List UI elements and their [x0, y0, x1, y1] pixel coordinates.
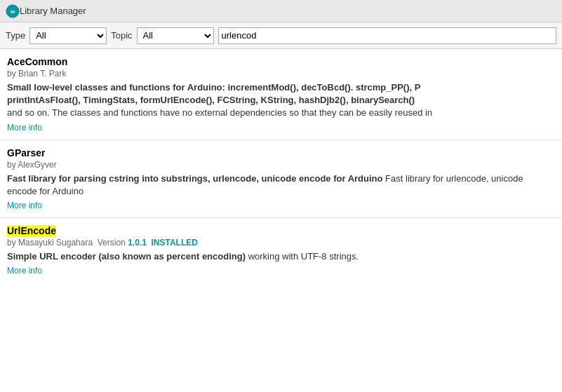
- topic-select[interactable]: All: [137, 27, 214, 44]
- more-info-link-urlencode[interactable]: More info: [7, 266, 42, 276]
- version-text: Version 1.0.1 INSTALLED: [95, 238, 198, 248]
- list-item: GParser by AlexGyver Fast library for pa…: [0, 140, 562, 218]
- svg-text:∞: ∞: [10, 8, 15, 15]
- author-by: by: [7, 160, 18, 170]
- library-name-urlencode: UrlEncode: [7, 225, 555, 236]
- description-bold: Small low-level classes and functions fo…: [7, 82, 420, 93]
- author-name: Brian T. Park: [18, 69, 66, 79]
- type-select[interactable]: All: [29, 27, 107, 44]
- library-name-acecommon: AceCommon: [7, 56, 555, 67]
- library-list: AceCommon by Brian T. Park Small low-lev…: [0, 49, 562, 392]
- library-description-gparser: Fast library for parsing cstring into su…: [7, 173, 555, 198]
- author-name: Masayuki Sugahara: [18, 238, 93, 248]
- description-bold-2: printIntAsFloat(), TimingStats, formUrlE…: [7, 95, 415, 105]
- description-normal: working with UTF-8 strings.: [248, 251, 359, 262]
- library-author-acecommon: by Brian T. Park: [7, 69, 555, 79]
- library-name-gparser: GParser: [7, 147, 555, 158]
- library-name-highlight: UrlEncode: [7, 225, 56, 236]
- description-bold: Simple URL encoder (also known as percen…: [7, 251, 246, 262]
- window-title: Library Manager: [20, 6, 86, 16]
- list-item: UrlEncode by Masayuki Sugahara Version 1…: [0, 218, 562, 283]
- topic-label: Topic: [111, 30, 132, 41]
- more-info-link-acecommon[interactable]: More info: [7, 123, 42, 133]
- installed-badge: INSTALLED: [152, 238, 198, 248]
- more-info-link-gparser[interactable]: More info: [7, 201, 42, 210]
- library-author-gparser: by AlexGyver: [7, 160, 555, 170]
- author-by: by: [7, 69, 18, 79]
- author-name: AlexGyver: [18, 160, 56, 170]
- title-bar: ∞ Library Manager: [0, 0, 562, 22]
- library-author-urlencode: by Masayuki Sugahara Version 1.0.1 INSTA…: [7, 238, 555, 248]
- arduino-logo-icon: ∞: [6, 4, 20, 18]
- library-description-urlencode: Simple URL encoder (also known as percen…: [7, 250, 555, 263]
- search-input[interactable]: [218, 27, 556, 44]
- author-by: by: [7, 238, 18, 248]
- description-bold: Fast library for parsing cstring into su…: [7, 173, 382, 184]
- list-item: AceCommon by Brian T. Park Small low-lev…: [0, 49, 562, 140]
- description-normal: and so on. The classes and functions hav…: [7, 107, 432, 118]
- version-number: 1.0.1: [128, 238, 147, 248]
- filter-bar: Type All Topic All: [0, 22, 562, 49]
- library-description-acecommon: Small low-level classes and functions fo…: [7, 81, 555, 120]
- type-label: Type: [6, 30, 25, 41]
